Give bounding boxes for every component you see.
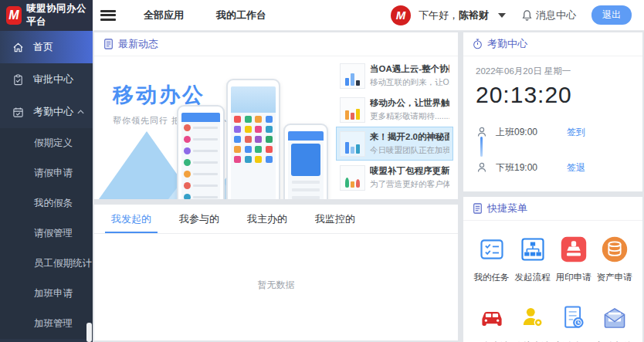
latest-news-panel: 最新动态 移动办公 帮你领先同行 把工作带出办公室	[94, 32, 458, 199]
attendance-date: 2022年06月20日 星期一	[476, 66, 630, 77]
greeting-text: 下午好，	[419, 9, 459, 21]
user-avatar[interactable]: M	[391, 5, 411, 25]
person-icon	[476, 161, 488, 174]
news-thumbnail	[340, 97, 365, 123]
quick-menu-panel: 快捷菜单 我的任务 发起流程 用印申请 资产申请	[463, 197, 642, 342]
logout-button[interactable]: 退出	[591, 5, 632, 25]
check-out-label: 下班19:00	[496, 161, 550, 174]
check-in-row: 上班09:00 签到	[476, 120, 630, 144]
quick-label: 我的任务	[474, 272, 510, 283]
sidebar-item-home[interactable]: 首页	[0, 31, 93, 63]
news-title: 移动办公，让世界触手可	[370, 97, 449, 109]
sidebar-item-approval-center[interactable]: 审批中心	[0, 63, 93, 96]
news-item[interactable]: 唛盟补丁包程序更新 为了营造更好的客户体验，唛	[336, 161, 453, 195]
tab-monitored-by-me[interactable]: 我监控的	[301, 205, 369, 233]
tab-hosted-by-me[interactable]: 我主办的	[233, 205, 301, 233]
sidebar-item-attendance-center[interactable]: 考勤中心	[0, 96, 93, 128]
calendar-icon	[12, 107, 24, 118]
mail-icon	[600, 304, 629, 332]
empty-state-text: 暂无数据	[94, 234, 458, 292]
document-icon	[103, 39, 114, 49]
asset-icon	[601, 235, 629, 263]
news-thumbnail	[340, 165, 365, 191]
task-tabs: 我发起的 我参与的 我主办的 我监控的	[94, 205, 458, 234]
nav-my-workbench[interactable]: 我的工作台	[216, 8, 266, 22]
clipboard-icon	[12, 74, 24, 86]
news-title: 来！揭开2.0的神秘面纱-	[370, 131, 449, 143]
check-out-link[interactable]: 签退	[567, 161, 585, 174]
bell-icon	[521, 9, 533, 21]
quick-asset-request[interactable]: 资产申请	[594, 235, 635, 283]
news-thumbnail	[340, 131, 365, 157]
nav-all-apps[interactable]: 全部应用	[144, 8, 184, 22]
meeting-icon	[519, 304, 547, 332]
top-nav: 全部应用 我的工作台	[144, 8, 266, 22]
tab-participated-by-me[interactable]: 我参与的	[165, 205, 233, 233]
user-greeting[interactable]: 下午好，陈裕财	[419, 8, 489, 22]
sidebar-item-overtime-request[interactable]: 加班申请	[0, 279, 93, 309]
quick-label: 发起流程	[515, 272, 551, 283]
panel-title: 考勤中心	[487, 37, 527, 51]
news-item[interactable]: 移动办公，让世界触手可 更多精彩敬请期待........	[336, 93, 453, 127]
news-list: 当OA遇上云-整个协同OA 移动互联的到来，让OA与云 移动办公，让世界触手可 …	[334, 56, 458, 199]
sidebar-item-overtime-management[interactable]: 加班管理	[0, 309, 93, 339]
home-icon	[12, 42, 24, 53]
news-title: 当OA遇上云-整个协同OA	[370, 63, 449, 75]
news-subtitle: 为了营造更好的客户体验，唛	[370, 179, 449, 190]
check-in-link[interactable]: 签到	[567, 126, 585, 139]
news-subtitle: 更多精彩敬请期待........	[370, 111, 449, 122]
logo-m-icon: M	[6, 6, 22, 25]
app-logo: M 唛盟协同办公平台	[0, 0, 93, 31]
news-item-selected[interactable]: 来！揭开2.0的神秘面纱- 今日唛盟团队正在加班加点,	[336, 127, 453, 161]
contract-icon	[560, 304, 588, 332]
message-center[interactable]: 消息中心	[521, 8, 576, 22]
panel-title: 快捷菜单	[487, 201, 527, 215]
chevron-down-icon[interactable]	[498, 13, 506, 18]
car-icon	[477, 304, 507, 332]
panel-title: 最新动态	[118, 37, 158, 51]
quick-vehicle-request[interactable]: 用车申请	[471, 303, 512, 342]
sidebar-item-my-leave-notes[interactable]: 我的假条	[0, 188, 93, 218]
quick-menu-grid: 我的任务 发起流程 用印申请 资产申请 用车申请	[463, 221, 642, 342]
timeline-connector	[480, 137, 483, 157]
my-tasks-panel: 我发起的 我参与的 我主办的 我监控的 暂无数据	[94, 205, 458, 340]
sidebar-item-leave-management[interactable]: 请假管理	[0, 218, 93, 249]
sidebar-scrollbar[interactable]	[86, 323, 92, 342]
document-icon	[473, 203, 483, 214]
sidebar-submenu: 假期定义 请假申请 我的假条 请假管理 员工假期统计 加班申请 加班管理	[0, 128, 93, 339]
main-content: 最新动态 移动办公 帮你领先同行 把工作带出办公室	[93, 31, 644, 342]
quick-label: 资产申请	[597, 272, 632, 283]
quick-new-mail[interactable]: 新建邮件	[594, 303, 635, 342]
sidebar-item-holiday-definition[interactable]: 假期定义	[0, 128, 93, 158]
quick-start-flow[interactable]: 发起流程	[512, 235, 553, 283]
stamp-icon	[560, 235, 588, 263]
check-in-label: 上班09:00	[496, 126, 550, 139]
news-subtitle: 今日唛盟团队正在加班加点,	[370, 145, 449, 156]
sidebar-item-label: 首页	[33, 40, 53, 54]
quick-seal-request[interactable]: 用印申请	[553, 235, 594, 283]
sidebar-item-employee-holiday-stats[interactable]: 员工假期统计	[0, 249, 93, 279]
check-out-row: 下班19:00 签退	[476, 156, 630, 179]
flow-icon	[519, 235, 547, 263]
quick-label: 用印申请	[556, 272, 591, 283]
sidebar: 首页 审批中心 考勤中心 假期定义 请假申请 我的假条 请假管理 员工假期统计 …	[0, 31, 93, 342]
news-item[interactable]: 当OA遇上云-整个协同OA 移动互联的到来，让OA与云	[336, 59, 453, 93]
attendance-clock: 20:13:20	[476, 82, 630, 108]
attendance-panel: 考勤中心 2022年06月20日 星期一 20:13:20 上班09:00 签到…	[463, 32, 642, 191]
menu-toggle-icon[interactable]	[100, 10, 116, 21]
stopwatch-icon	[473, 39, 483, 49]
tab-initiated-by-me[interactable]: 我发起的	[97, 205, 165, 233]
news-subtitle: 移动互联的到来，让OA与云	[370, 77, 449, 88]
quick-meeting-request[interactable]: 会议申请	[512, 303, 553, 342]
mobile-office-banner[interactable]: 移动办公 帮你领先同行 把工作带出办公室	[94, 56, 334, 199]
chevron-up-icon	[76, 109, 85, 115]
quick-new-contract[interactable]: 新建合同	[553, 303, 594, 342]
news-thumbnail	[340, 63, 365, 89]
sidebar-item-label: 审批中心	[33, 73, 73, 86]
top-header: M 唛盟协同办公平台 全部应用 我的工作台 M 下午好，陈裕财 消息中心 退出	[0, 0, 644, 31]
news-title: 唛盟补丁包程序更新	[370, 165, 449, 177]
quick-my-tasks[interactable]: 我的任务	[471, 235, 512, 283]
message-center-label: 消息中心	[536, 8, 576, 22]
task-list-icon	[478, 235, 506, 263]
sidebar-item-leave-request[interactable]: 请假申请	[0, 158, 93, 188]
